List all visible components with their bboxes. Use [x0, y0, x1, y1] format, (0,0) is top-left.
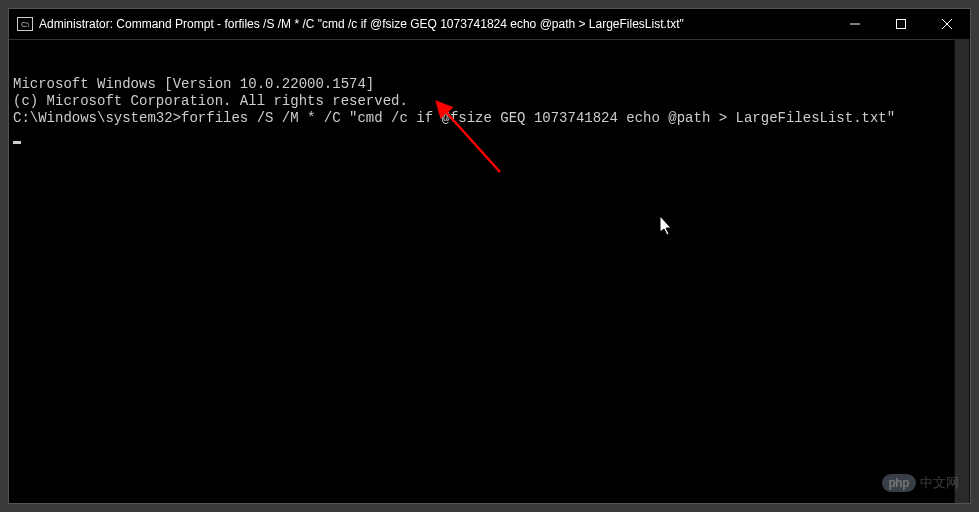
scrollbar-thumb[interactable] — [955, 39, 969, 503]
prompt-path: C:\Windows\system32> — [13, 110, 181, 126]
window-controls — [832, 9, 970, 39]
text-cursor — [13, 141, 21, 144]
titlebar[interactable]: C:\ Administrator: Command Prompt - forf… — [9, 9, 970, 39]
cmd-icon: C:\ — [17, 17, 33, 31]
version-line: Microsoft Windows [Version 10.0.22000.15… — [13, 76, 966, 93]
copyright-line: (c) Microsoft Corporation. All rights re… — [13, 93, 966, 110]
minimize-button[interactable] — [832, 9, 878, 39]
close-button[interactable] — [924, 9, 970, 39]
command-text: forfiles /S /M * /C "cmd /c if @fsize GE… — [181, 110, 895, 126]
command-prompt-window: C:\ Administrator: Command Prompt - forf… — [8, 8, 971, 504]
command-line: C:\Windows\system32>forfiles /S /M * /C … — [13, 110, 966, 127]
terminal-output[interactable]: Microsoft Windows [Version 10.0.22000.15… — [9, 39, 970, 503]
vertical-scrollbar[interactable] — [954, 39, 970, 503]
svg-rect-1 — [897, 20, 906, 29]
window-title: Administrator: Command Prompt - forfiles… — [39, 17, 832, 31]
maximize-button[interactable] — [878, 9, 924, 39]
